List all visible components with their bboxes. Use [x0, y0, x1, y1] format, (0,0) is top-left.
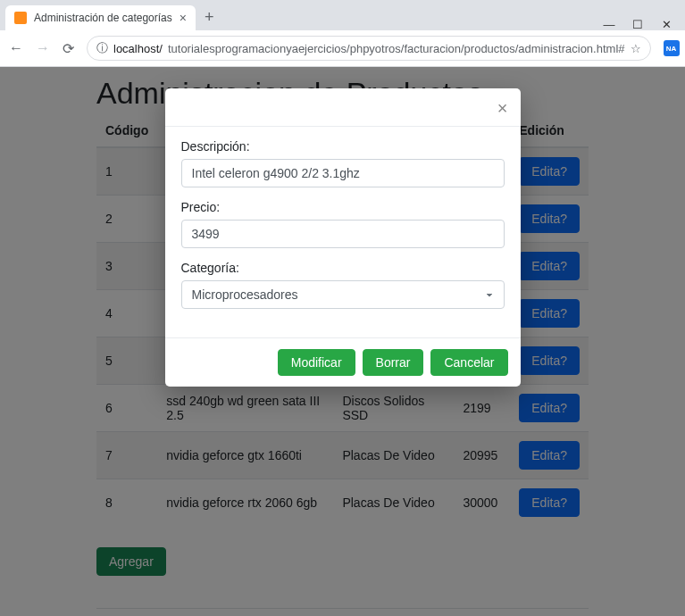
browser-chrome: Administración de categorías × + — ☐ ✕ ←…	[0, 0, 685, 67]
edit-modal: × Descripción: Precio: Categoría: Microp…	[165, 88, 521, 387]
extension-icons: NA ⋮	[664, 40, 685, 57]
forward-icon: →	[36, 40, 50, 56]
info-icon[interactable]: ⓘ	[96, 40, 108, 56]
close-icon[interactable]: ×	[497, 99, 508, 117]
browser-tab[interactable]: Administración de categorías ×	[5, 5, 196, 30]
cancel-button[interactable]: Cancelar	[430, 349, 507, 376]
browser-toolbar: ← → ⟳ ⓘ localhost/tutorialesprogramacion…	[0, 30, 685, 67]
price-label: Precio:	[181, 200, 505, 214]
url-host: localhost/	[113, 42, 163, 55]
new-tab-button[interactable]: +	[196, 4, 223, 30]
address-bar[interactable]: ⓘ localhost/tutorialesprogramacionyaejer…	[87, 36, 651, 61]
tab-strip: Administración de categorías × + — ☐ ✕	[0, 0, 685, 30]
close-icon[interactable]: ×	[180, 11, 187, 25]
description-label: Descripción:	[181, 139, 505, 154]
xampp-favicon	[14, 12, 27, 24]
price-input[interactable]	[181, 220, 505, 248]
maximize-icon[interactable]: ☐	[631, 18, 644, 30]
page-viewport: Administracion de Productos Código Descr…	[0, 67, 685, 616]
delete-button[interactable]: Borrar	[363, 349, 424, 376]
bookmark-icon[interactable]: ☆	[631, 42, 641, 55]
back-icon[interactable]: ←	[9, 40, 23, 56]
url-path: tutorialesprogramacionyaejercicios/phpyo…	[168, 42, 625, 55]
tab-title: Administración de categorías	[34, 12, 172, 24]
category-select[interactable]: Microprocesadores	[181, 280, 505, 309]
extension-icon[interactable]: NA	[664, 40, 680, 56]
minimize-icon[interactable]: —	[603, 18, 615, 30]
category-label: Categoría:	[181, 261, 505, 275]
description-input[interactable]	[181, 159, 505, 187]
reload-icon[interactable]: ⟳	[63, 40, 74, 57]
modify-button[interactable]: Modificar	[278, 349, 355, 376]
close-window-icon[interactable]: ✕	[660, 18, 672, 30]
